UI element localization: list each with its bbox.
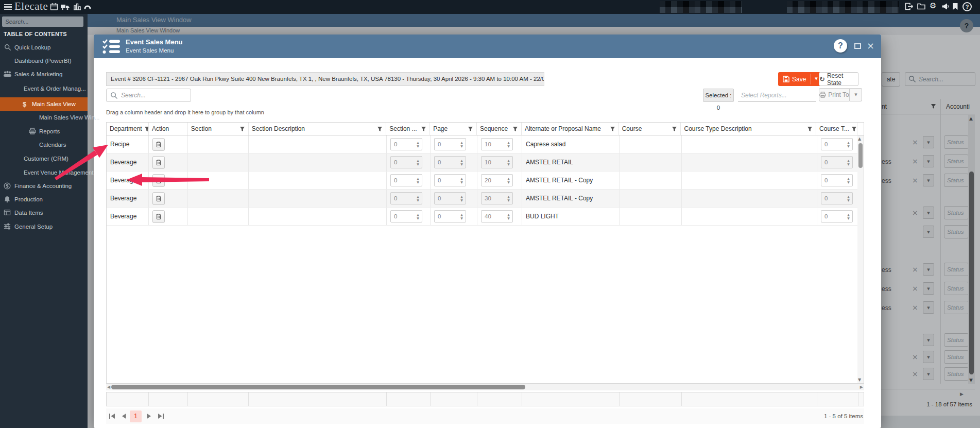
section-number-spinner[interactable]: 0▲▼ (390, 210, 422, 222)
table-row[interactable]: Beverage 0▲▼ 0▲▼ 40▲▼ BUD LIGHT 0▲▼ (107, 208, 864, 226)
save-button[interactable]: Save ▼ (778, 72, 821, 86)
filter-icon[interactable] (239, 126, 245, 132)
sequence-spinner[interactable]: 10▲▼ (481, 138, 513, 150)
scroll-right-icon[interactable]: ▶ (860, 385, 863, 389)
filter-icon[interactable] (610, 126, 615, 132)
bookmark-icon[interactable] (952, 3, 958, 10)
page-spinner[interactable]: 0▲▼ (434, 156, 466, 168)
delete-button[interactable] (152, 138, 165, 151)
sidebar-item-event-venue-management[interactable]: Event Venue Management (0, 166, 88, 180)
column-header-course-type[interactable]: Course T... (816, 123, 857, 135)
sidebar-item-sales-marketing[interactable]: Sales & Marketing (0, 67, 88, 81)
scroll-up-icon[interactable]: ▲ (858, 136, 861, 141)
scroll-left-icon[interactable]: ◀ (107, 385, 110, 389)
delete-button[interactable] (152, 210, 165, 223)
print-dropdown-arrow-icon[interactable]: ▼ (850, 88, 862, 101)
close-icon[interactable]: × (867, 40, 874, 52)
sidebar-item-general-setup[interactable]: General Setup (0, 220, 88, 234)
delivery-truck-icon[interactable] (60, 3, 70, 11)
section-number-spinner[interactable]: 0▲▼ (390, 174, 422, 186)
page-spinner[interactable]: 0▲▼ (434, 210, 466, 222)
pager-next-button[interactable] (146, 414, 152, 419)
sidebar-item-dashboard[interactable]: Dashboard (PowerBI) (0, 54, 88, 68)
filter-icon[interactable] (512, 126, 518, 132)
page-spinner[interactable]: 0▲▼ (434, 192, 466, 204)
pager-prev-button[interactable] (122, 414, 128, 419)
phone-icon[interactable] (83, 3, 92, 11)
scroll-down-icon[interactable]: ▼ (858, 378, 861, 382)
logout-icon[interactable] (905, 3, 914, 10)
course-type-spinner[interactable]: 0▲▼ (821, 210, 853, 222)
table-row[interactable]: Beverage 0▲▼ 0▲▼ 30▲▼ AMSTEL RETAIL - Co… (107, 190, 864, 208)
sidebar-item-main-sales-view[interactable]: $ Main Sales View (0, 97, 88, 111)
sequence-spinner[interactable]: 40▲▼ (481, 210, 513, 222)
course-type-spinner[interactable]: 0▲▼ (821, 174, 853, 186)
grid-vertical-scrollbar[interactable]: ▲ ▼ (857, 135, 864, 383)
sidebar-item-main-sales-view-window[interactable]: Main Sales View Win... (0, 111, 88, 125)
delete-button[interactable] (152, 156, 165, 169)
filter-icon[interactable] (468, 126, 473, 132)
print-to-button[interactable]: Print To (819, 88, 850, 101)
grid-search-input[interactable] (121, 89, 188, 101)
sidebar-item-calendars[interactable]: Calendars (0, 138, 88, 152)
select-reports-input[interactable] (738, 89, 816, 102)
pager-first-button[interactable] (109, 414, 115, 419)
sequence-spinner[interactable]: 20▲▼ (481, 174, 513, 186)
sidebar-search-input[interactable] (2, 16, 83, 27)
column-header-alternate-name[interactable]: Alternate or Proposal Name (522, 123, 619, 135)
column-header-course-type-description[interactable]: Course Type Description (681, 123, 816, 135)
grid-search-box[interactable] (106, 89, 191, 102)
pager-current-page[interactable]: 1 (130, 410, 142, 422)
help-icon[interactable]: ? (962, 2, 972, 11)
course-type-spinner[interactable]: 0▲▼ (821, 192, 853, 204)
sidebar-item-customer-crm[interactable]: Customer (CRM) (0, 152, 88, 166)
hamburger-icon[interactable] (4, 4, 12, 10)
filter-icon[interactable] (144, 126, 149, 132)
page-spinner[interactable]: 0▲▼ (434, 174, 466, 186)
column-header-section-number[interactable]: Section ... (386, 123, 430, 135)
scrollbar-thumb[interactable] (858, 143, 863, 168)
page-spinner[interactable]: 0▲▼ (434, 138, 466, 150)
sequence-spinner[interactable]: 30▲▼ (481, 192, 513, 204)
venue-icon[interactable] (73, 3, 81, 11)
column-header-action[interactable]: Action (149, 123, 188, 135)
filter-icon[interactable] (421, 126, 426, 132)
sequence-spinner[interactable]: 10▲▼ (481, 156, 513, 168)
filter-icon[interactable] (377, 126, 383, 132)
delete-button[interactable] (152, 174, 165, 187)
column-header-section[interactable]: Section (188, 123, 249, 135)
column-header-department[interactable]: Department (107, 123, 149, 135)
reset-state-button[interactable]: ↻ Reset State (819, 72, 858, 86)
grid-horizontal-scrollbar[interactable]: ◀ ▶ (106, 384, 864, 390)
gear-icon[interactable]: ⚙ (930, 1, 936, 10)
sidebar-item-production[interactable]: Production (0, 193, 88, 207)
table-row[interactable]: Beverage 0▲▼ 0▲▼ 20▲▼ AMSTEL RETAIL - Co… (107, 172, 864, 190)
filter-icon[interactable] (851, 126, 857, 132)
pager-last-button[interactable] (158, 414, 164, 419)
scrollbar-thumb[interactable] (111, 385, 525, 389)
delete-button[interactable] (152, 192, 165, 205)
sidebar-item-event-order-management[interactable]: Event & Order Manag... (0, 82, 88, 96)
sidebar-item-data-items[interactable]: Data Items (0, 206, 88, 220)
course-type-spinner[interactable]: 0▲▼ (821, 156, 853, 168)
column-header-page[interactable]: Page (430, 123, 477, 135)
section-number-spinner[interactable]: 0▲▼ (390, 156, 422, 168)
sidebar-item-quick-lookup[interactable]: Quick Lookup (0, 41, 88, 55)
table-row[interactable]: Beverage 0▲▼ 0▲▼ 10▲▼ AMSTEL RETAIL 0▲▼ (107, 153, 864, 172)
section-number-spinner[interactable]: 0▲▼ (390, 192, 422, 204)
folder-icon[interactable] (917, 3, 925, 10)
filter-icon[interactable] (672, 126, 677, 132)
table-row[interactable]: Recipe 0▲▼ 0▲▼ 10▲▼ Caprese salad 0▲▼ (107, 135, 864, 153)
sidebar-item-reports[interactable]: Reports (0, 125, 88, 139)
calendar-icon[interactable] (50, 3, 58, 11)
column-header-course[interactable]: Course (619, 123, 681, 135)
filter-icon[interactable] (807, 126, 813, 132)
section-number-spinner[interactable]: 0▲▼ (390, 138, 422, 150)
sidebar-item-finance-accounting[interactable]: Finance & Accounting (0, 179, 88, 193)
maximize-icon[interactable] (854, 43, 861, 49)
course-type-spinner[interactable]: 0▲▼ (821, 138, 853, 150)
help-icon[interactable]: ? (834, 39, 847, 53)
megaphone-icon[interactable] (941, 3, 950, 10)
column-header-sequence[interactable]: Sequence (477, 123, 522, 135)
column-header-section-description[interactable]: Section Description (249, 123, 387, 135)
